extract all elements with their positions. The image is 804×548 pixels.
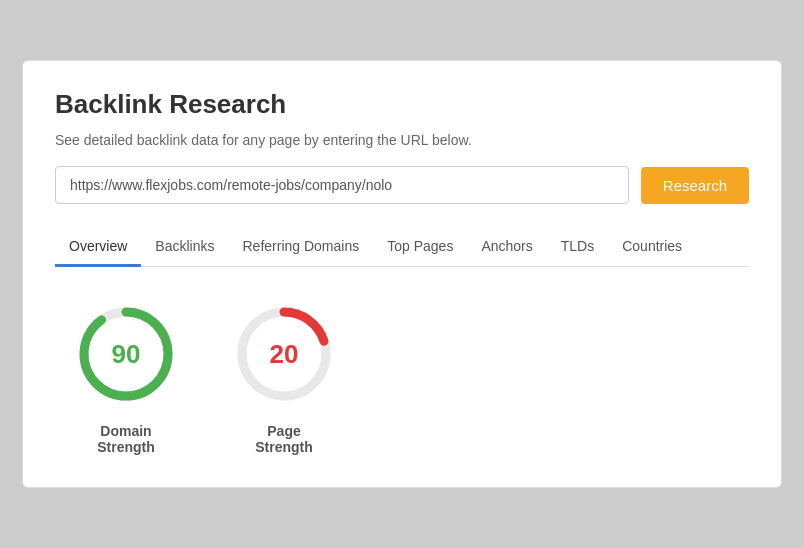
url-input[interactable] (55, 166, 629, 204)
page-title: Backlink Research (55, 89, 749, 120)
tab-tlds[interactable]: TLDs (547, 228, 608, 267)
page-strength-label: PageStrength (255, 423, 313, 455)
url-row: Research (55, 166, 749, 204)
main-card: Backlink Research See detailed backlink … (22, 60, 782, 488)
domain-strength-chart: 90 (71, 299, 181, 409)
tab-countries[interactable]: Countries (608, 228, 696, 267)
tab-backlinks[interactable]: Backlinks (141, 228, 228, 267)
domain-strength-value: 90 (112, 339, 141, 370)
metrics-section: 90 DomainStrength 20 PageStrength (55, 299, 749, 455)
tab-anchors[interactable]: Anchors (467, 228, 546, 267)
tab-top-pages[interactable]: Top Pages (373, 228, 467, 267)
page-strength-metric: 20 PageStrength (229, 299, 339, 455)
tab-overview[interactable]: Overview (55, 228, 141, 267)
page-subtitle: See detailed backlink data for any page … (55, 132, 749, 148)
domain-strength-metric: 90 DomainStrength (71, 299, 181, 455)
domain-strength-label: DomainStrength (97, 423, 155, 455)
research-button[interactable]: Research (641, 167, 749, 204)
tabs-nav: Overview Backlinks Referring Domains Top… (55, 228, 749, 267)
tab-referring-domains[interactable]: Referring Domains (229, 228, 374, 267)
page-strength-value: 20 (270, 339, 299, 370)
page-strength-chart: 20 (229, 299, 339, 409)
